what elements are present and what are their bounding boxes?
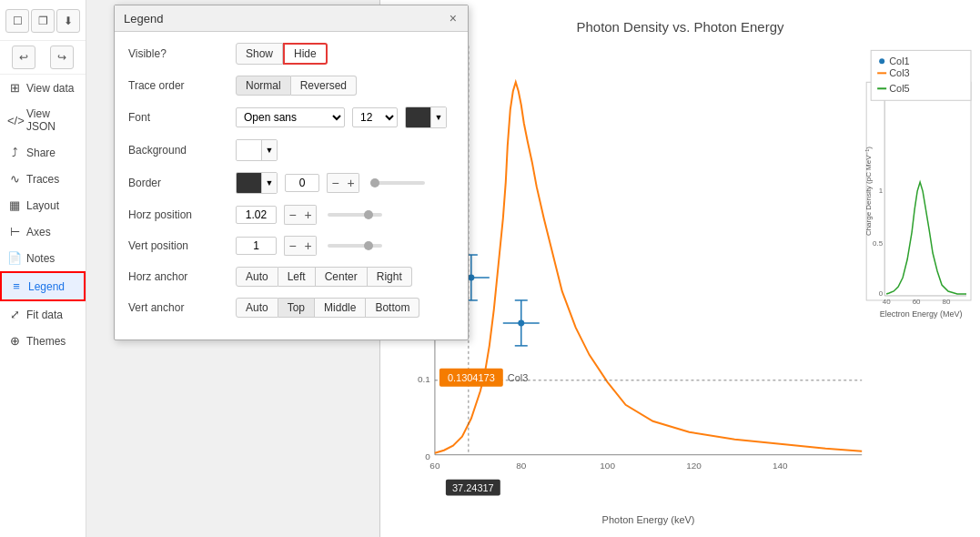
svg-point-36 (879, 58, 884, 64)
border-color-picker[interactable]: ▼ (236, 172, 278, 194)
horz-anchor-right-button[interactable]: Right (368, 267, 412, 287)
sidebar-item-notes[interactable]: 📄 Notes (0, 245, 86, 271)
hide-button[interactable]: Hide (283, 43, 328, 65)
chart-svg: Photon Density vs. Photon Energy Photon … (380, 0, 980, 537)
dialog-body: Visible? Show Hide Trace order Normal Re… (115, 32, 468, 339)
share-icon: ⤴ (7, 146, 22, 159)
border-width-input[interactable]: 0 (285, 174, 319, 192)
x-axis-label: Photon Energy (keV) (602, 514, 695, 525)
font-label: Font (128, 111, 228, 124)
copy-button[interactable]: ❐ (31, 9, 55, 33)
traces-icon: ∿ (7, 172, 22, 186)
fit-data-icon: ⤢ (7, 308, 22, 321)
sidebar-item-layout[interactable]: ▦ Layout (0, 192, 86, 218)
redo-button[interactable]: ↪ (50, 46, 74, 69)
svg-text:0: 0 (425, 451, 430, 461)
background-row: Background ▼ (128, 139, 454, 161)
vert-anchor-row: Vert anchor Auto Top Middle Bottom (128, 298, 454, 318)
new-button[interactable]: ☐ (5, 9, 29, 33)
download-button[interactable]: ⬇ (56, 9, 80, 33)
svg-text:100: 100 (600, 461, 615, 471)
show-button[interactable]: Show (236, 43, 283, 65)
horz-position-input[interactable]: 1.02 (236, 206, 277, 224)
horz-position-slider[interactable] (328, 213, 382, 217)
border-color-arrow: ▼ (262, 173, 277, 193)
mini-y-label: Charge Density (pC MeV⁻¹) (864, 147, 873, 236)
chart-title: Photon Density vs. Photon Energy (577, 19, 785, 35)
svg-text:0.1: 0.1 (418, 374, 430, 384)
vert-position-stepper: − + (284, 236, 317, 256)
border-stepper: − + (327, 173, 359, 193)
background-label: Background (128, 144, 228, 157)
sidebar-item-view-json[interactable]: </> View JSON (0, 101, 86, 139)
vert-decrease-button[interactable]: − (284, 236, 300, 256)
sidebar-item-fit-data[interactable]: ⤢ Fit data (0, 301, 86, 328)
border-increase-button[interactable]: + (343, 173, 359, 193)
vert-anchor-bottom-button[interactable]: Bottom (366, 298, 419, 318)
sidebar-item-traces[interactable]: ∿ Traces (0, 166, 86, 192)
legend-box (871, 50, 971, 100)
vert-anchor-top-button[interactable]: Top (278, 298, 315, 318)
font-family-select[interactable]: Open sans (236, 107, 345, 127)
svg-text:120: 120 (686, 461, 702, 471)
sidebar-item-themes[interactable]: ⊕ Themes (0, 328, 86, 354)
col3-curve (435, 82, 862, 452)
sidebar-item-view-data[interactable]: ⊞ View data (0, 75, 86, 101)
horz-anchor-left-button[interactable]: Left (278, 267, 316, 287)
horz-position-label: Horz position (128, 208, 228, 221)
border-label: Border (128, 177, 228, 189)
font-size-select[interactable]: 12 (352, 107, 398, 127)
horz-decrease-button[interactable]: − (284, 205, 300, 225)
view-data-icon: ⊞ (7, 81, 22, 95)
dialog-close-button[interactable]: × (448, 11, 459, 25)
sidebar-item-axes[interactable]: ⊢ Axes (0, 218, 86, 245)
background-color-arrow: ▼ (262, 140, 277, 160)
sidebar: ☐ ❐ ⬇ ↩ ↪ ⊞ View data </> View JSON ⤴ Sh… (0, 0, 86, 537)
legend-col3-label: Col3 (889, 67, 910, 78)
sidebar-item-share[interactable]: ⤴ Share (0, 139, 86, 166)
reversed-button[interactable]: Reversed (291, 76, 357, 96)
mini-x-label: Electron Energy (MeV) (880, 309, 963, 319)
vert-anchor-label: Vert anchor (128, 301, 228, 314)
horz-anchor-row: Horz anchor Auto Left Center Right (128, 267, 454, 287)
visible-label: Visible? (128, 47, 228, 60)
horz-anchor-auto-button[interactable]: Auto (236, 267, 278, 287)
horz-anchor-center-button[interactable]: Center (316, 267, 368, 287)
normal-button[interactable]: Normal (236, 76, 291, 96)
border-slider[interactable] (370, 181, 425, 185)
font-color-picker[interactable]: ▼ (405, 106, 447, 128)
vert-anchor-auto-button[interactable]: Auto (236, 298, 278, 318)
border-decrease-button[interactable]: − (327, 173, 343, 193)
sidebar-top-icons: ☐ ❐ ⬇ (0, 5, 86, 41)
sidebar-item-legend[interactable]: ≡ Legend (0, 271, 86, 301)
trace-order-row: Trace order Normal Reversed (128, 76, 454, 96)
legend-icon: ≡ (9, 279, 24, 293)
svg-text:80: 80 (943, 298, 951, 306)
horz-position-stepper: − + (284, 205, 317, 225)
vert-increase-button[interactable]: + (300, 236, 317, 256)
sidebar-undo-redo: ↩ ↪ (0, 41, 86, 75)
svg-point-22 (468, 274, 474, 280)
undo-button[interactable]: ↩ (12, 46, 35, 69)
font-color-arrow: ▼ (431, 107, 446, 127)
trace-order-label: Trace order (128, 79, 228, 92)
col3-tooltip-label: Col3 (508, 372, 529, 383)
chart-area: Photon Density vs. Photon Energy Photon … (379, 0, 980, 537)
vert-position-input[interactable]: 1 (236, 237, 277, 255)
background-color-picker[interactable]: ▼ (236, 139, 278, 161)
vert-position-slider[interactable] (328, 244, 382, 248)
legend-col1-label: Col1 (889, 56, 910, 66)
horz-increase-button[interactable]: + (300, 205, 317, 225)
main-content: Legend × Visible? Show Hide Trace order … (86, 0, 980, 537)
svg-text:80: 80 (516, 461, 527, 471)
svg-text:140: 140 (773, 461, 788, 471)
vert-anchor-middle-button[interactable]: Middle (315, 298, 366, 318)
legend-col5-label: Col5 (889, 83, 910, 94)
dialog-title: Legend (124, 12, 163, 25)
svg-text:0: 0 (879, 289, 884, 298)
visible-row: Visible? Show Hide (128, 43, 454, 65)
svg-point-27 (518, 319, 524, 326)
notes-icon: 📄 (7, 251, 22, 265)
border-row: Border ▼ 0 − + (128, 172, 454, 194)
horz-anchor-btn-group: Auto Left Center Right (236, 267, 412, 287)
